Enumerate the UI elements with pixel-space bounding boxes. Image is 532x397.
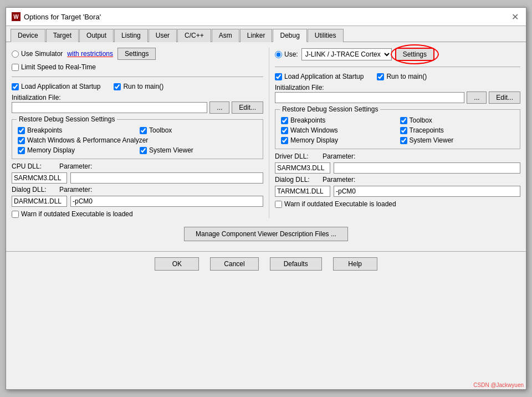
right-warn-outdated-checkbox[interactable] — [275, 201, 282, 208]
left-edit-button[interactable]: Edit... — [232, 101, 263, 114]
right-dll-section: Driver DLL: Parameter: Dialog DLL: Param… — [275, 152, 520, 197]
tab-target[interactable]: Target — [46, 29, 79, 42]
tab-linker[interactable]: Linker — [240, 29, 273, 42]
right-watch-windows-label[interactable]: Watch Windows — [281, 126, 396, 134]
right-tracepoints-label[interactable]: Tracepoints — [400, 126, 515, 134]
left-watch-windows-checkbox[interactable] — [18, 137, 25, 144]
right-debugger-dropdown[interactable]: J-LINK / J-TRACE Cortex — [301, 48, 392, 60]
limit-speed-checkbox[interactable] — [12, 64, 19, 71]
left-cpu-dll-input[interactable] — [12, 172, 67, 184]
left-breakpoints-checkbox[interactable] — [18, 127, 25, 134]
left-memory-display-label[interactable]: Memory Display — [18, 146, 135, 154]
left-toolbox-checkbox[interactable] — [140, 127, 147, 134]
tab-bar: Device Target Output Listing User C/C++ … — [6, 26, 526, 42]
right-tracepoints-checkbox[interactable] — [400, 127, 407, 134]
left-breakpoints-label[interactable]: Breakpoints — [18, 126, 135, 134]
left-load-app-checkbox[interactable] — [12, 83, 19, 90]
left-settings-button[interactable]: Settings — [117, 48, 156, 60]
left-load-run-row: Load Application at Startup Run to main(… — [12, 83, 263, 90]
right-run-main-checkbox[interactable] — [377, 73, 384, 80]
right-driver-dll-input[interactable] — [275, 162, 330, 174]
left-run-main-checkbox[interactable] — [114, 83, 121, 90]
tab-cpp[interactable]: C/C++ — [177, 29, 211, 42]
left-init-file-input[interactable] — [12, 102, 207, 113]
left-init-file-section: Initialization File: ... Edit... — [12, 94, 263, 114]
right-load-app-label[interactable]: Load Application at Startup — [275, 73, 364, 80]
tab-utilities[interactable]: Utilities — [308, 29, 344, 42]
right-dialog-param-input[interactable] — [334, 186, 520, 197]
left-load-app-label[interactable]: Load Application at Startup — [12, 83, 100, 90]
bottom-row: Manage Component Viewer Description File… — [12, 227, 520, 241]
right-dialog-dll-input[interactable] — [275, 186, 330, 197]
right-dialog-param-label: Parameter: — [323, 176, 355, 184]
right-use-radio[interactable] — [275, 51, 282, 58]
left-restore-group: Restore Debug Session Settings Breakpoin… — [12, 119, 263, 159]
tab-user[interactable]: User — [149, 29, 177, 42]
dialog-title: Options for Target 'Bora' — [24, 13, 101, 21]
right-run-main-label[interactable]: Run to main() — [377, 73, 427, 80]
right-system-viewer-label[interactable]: System Viewer — [400, 136, 515, 144]
right-toolbox-label[interactable]: Toolbox — [400, 116, 515, 124]
right-memory-display-label[interactable]: Memory Display — [281, 136, 396, 144]
left-warn-outdated-checkbox[interactable] — [12, 211, 19, 218]
limit-speed-label: Limit Speed to Real-Time — [21, 63, 96, 71]
right-driver-dll-row: Driver DLL: Parameter: — [275, 152, 520, 160]
left-watch-windows-label[interactable]: Watch Windows & Performance Analyzer — [18, 136, 257, 144]
right-load-run-row: Load Application at Startup Run to main(… — [275, 73, 520, 80]
left-cpu-dll-value-row — [12, 172, 263, 184]
right-driver-param-input[interactable] — [334, 162, 520, 174]
right-init-file-section: Initialization File: ... Edit... — [275, 84, 520, 104]
right-breakpoints-label[interactable]: Breakpoints — [281, 116, 396, 124]
right-memory-display-checkbox[interactable] — [281, 137, 288, 144]
left-restore-inner: Breakpoints Toolbox Watch Windows & Perf… — [18, 126, 257, 154]
left-dialog-dll-input[interactable] — [12, 196, 67, 207]
right-driver-dll-label: Driver DLL: — [275, 152, 319, 160]
simulator-row: Use Simulator with restrictions Settings — [12, 48, 263, 60]
right-watch-windows-checkbox[interactable] — [281, 127, 288, 134]
left-cpu-dll-label: CPU DLL: — [12, 162, 56, 170]
tab-debug[interactable]: Debug — [273, 29, 306, 42]
left-system-viewer-checkbox[interactable] — [140, 147, 147, 154]
left-system-viewer-label[interactable]: System Viewer — [140, 146, 257, 154]
help-button[interactable]: Help — [333, 257, 377, 271]
left-toolbox-label[interactable]: Toolbox — [140, 126, 257, 134]
left-browse-button[interactable]: ... — [209, 101, 229, 114]
right-load-app-checkbox[interactable] — [275, 73, 282, 80]
simulator-radio-label[interactable]: Use Simulator — [12, 50, 63, 58]
right-system-viewer-checkbox[interactable] — [400, 137, 407, 144]
tab-device[interactable]: Device — [11, 29, 45, 42]
defaults-button[interactable]: Defaults — [270, 257, 322, 271]
left-dll-section: CPU DLL: Parameter: Dialog DLL: Paramete… — [12, 162, 263, 207]
right-use-radio-label[interactable]: Use: — [275, 50, 298, 58]
right-breakpoints-checkbox[interactable] — [281, 117, 288, 124]
main-dialog: W Options for Target 'Bora' ✕ Device Tar… — [6, 7, 526, 390]
simulator-radio[interactable] — [12, 50, 19, 58]
tab-output[interactable]: Output — [79, 29, 114, 42]
left-memory-display-checkbox[interactable] — [18, 147, 25, 154]
close-button[interactable]: ✕ — [509, 11, 520, 22]
manage-component-button[interactable]: Manage Component Viewer Description File… — [184, 227, 348, 241]
left-warn-outdated-label[interactable]: Warn if outdated Executable is loaded — [12, 210, 263, 218]
left-cpu-param-input[interactable] — [70, 172, 263, 184]
left-dialog-param-input[interactable] — [70, 196, 263, 207]
left-column: Use Simulator with restrictions Settings… — [12, 48, 263, 218]
tab-listing[interactable]: Listing — [114, 29, 148, 42]
right-column: Use: J-LINK / J-TRACE Cortex Settings Lo… — [269, 48, 520, 218]
cancel-button[interactable]: Cancel — [210, 257, 258, 271]
with-restrictions-link[interactable]: with restrictions — [67, 50, 113, 58]
right-edit-button[interactable]: Edit... — [489, 91, 520, 104]
csdn-watermark: CSDN @Jackwyuen — [473, 382, 524, 388]
right-toolbox-checkbox[interactable] — [400, 117, 407, 124]
two-column-layout: Use Simulator with restrictions Settings… — [12, 48, 520, 218]
right-init-file-input[interactable] — [275, 92, 464, 103]
right-browse-button[interactable]: ... — [467, 91, 487, 104]
left-cpu-param-label: Parameter: — [59, 162, 92, 170]
right-settings-button[interactable]: Settings — [395, 48, 434, 61]
tab-asm[interactable]: Asm — [212, 29, 239, 42]
ok-button[interactable]: OK — [155, 257, 199, 271]
footer-buttons: OK Cancel Defaults Help — [6, 251, 526, 276]
left-run-main-label[interactable]: Run to main() — [114, 83, 163, 90]
left-dialog-dll-row: Dialog DLL: Parameter: — [12, 186, 263, 194]
right-use-row: Use: J-LINK / J-TRACE Cortex Settings — [275, 48, 520, 61]
right-warn-outdated-label[interactable]: Warn if outdated Executable is loaded — [275, 200, 520, 208]
